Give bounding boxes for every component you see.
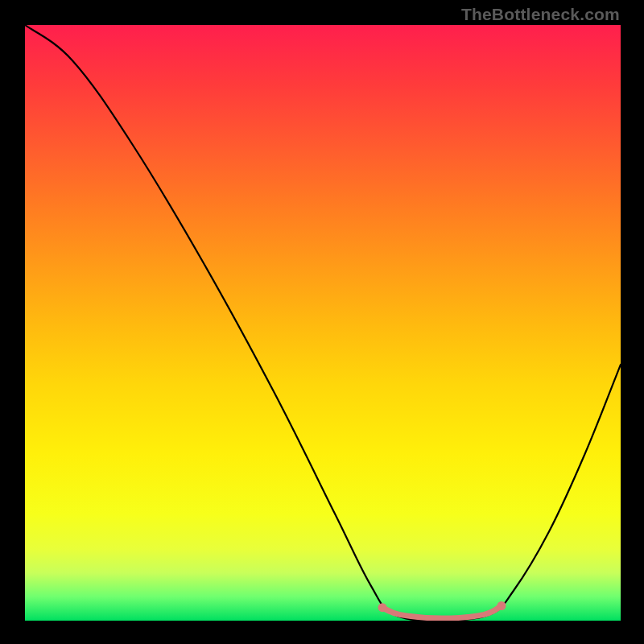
svg-point-0 (378, 603, 387, 612)
bottleneck-curve (25, 25, 621, 621)
optimal-zone-overlay (378, 601, 506, 618)
chart-container: TheBottleneck.com (0, 0, 644, 644)
plot-area (25, 25, 621, 621)
watermark-text: TheBottleneck.com (461, 5, 620, 24)
curve-layer (25, 25, 621, 621)
svg-point-1 (497, 601, 506, 610)
